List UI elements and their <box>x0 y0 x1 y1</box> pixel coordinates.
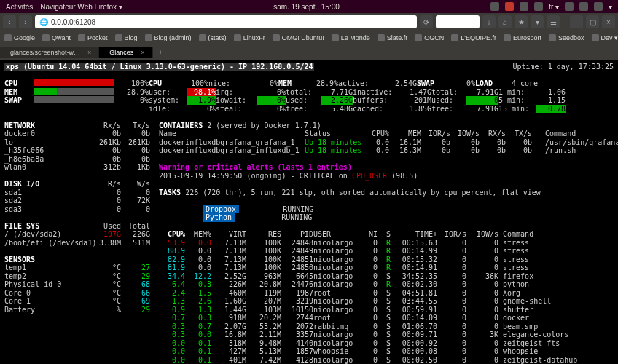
bookmarks-bar: GoogleQwantPocketBlogBlog (admin)(stats)… <box>0 31 618 45</box>
status-icon[interactable] <box>534 2 543 11</box>
status-icon[interactable] <box>490 2 499 11</box>
status-icon[interactable] <box>505 2 514 11</box>
bookmark-item[interactable]: LinuxFr <box>234 34 265 41</box>
tab-close-icon[interactable]: × <box>141 49 144 56</box>
bookmark-icon <box>234 34 241 41</box>
menu-button[interactable]: ☰ <box>547 15 560 28</box>
bookmark-item[interactable]: Pocket <box>78 34 108 41</box>
bookmark-item[interactable]: OMG! Ubuntu! <box>273 34 324 41</box>
bookmark-item[interactable]: OGCN <box>415 34 444 41</box>
process-row: 1.32.61.60G207M3219 nicolargo0S03:44.550… <box>159 297 618 306</box>
battery-icon[interactable] <box>594 2 603 11</box>
bookmark-icon <box>378 34 385 41</box>
bookmark-item[interactable]: Blog <box>115 34 138 41</box>
host-line: xps (Ubuntu 14.04 64bit / Linux 3.13.0-6… <box>4 63 314 71</box>
glances-view: xps (Ubuntu 14.04 64bit / Linux 3.13.0-6… <box>0 60 618 364</box>
bookmark-item[interactable]: Google <box>4 34 35 41</box>
url-text: 0.0.0.0:61208 <box>51 18 95 26</box>
process-row: 0.91.31.44G103M10150 nicolargo0S00:59.91… <box>159 306 618 314</box>
bookmark-item[interactable]: Eurosport <box>504 34 541 41</box>
maximize-button[interactable]: ▢ <box>586 15 599 28</box>
bookmark-item[interactable]: Blog (admin) <box>145 34 192 41</box>
browser-toolbar: ‹ › 🌐 0.0.0.0:61208 ⟳ ↓ ⌂ ★ ▾ ☰ – ▢ × <box>0 13 618 31</box>
process-row: 0.00.1401M7.42M4128 nicolargo0S00:02.500… <box>159 356 618 365</box>
process-row: 2.41.5460M119M1987 root0S04:51.8100 Xorg <box>159 289 618 298</box>
process-row: 6.40.3226M20.8M24476 nicolargo0R00:02.30… <box>159 280 618 289</box>
volume-icon[interactable] <box>579 2 588 11</box>
bookmark-item[interactable]: L'EQUIPE.fr <box>451 34 496 41</box>
uptime: Uptime: 1 day, 17:33:25 <box>513 63 614 71</box>
keyboard-lang[interactable]: fr ▾ <box>549 3 559 11</box>
new-tab-button[interactable]: + <box>153 49 168 56</box>
bookmark-icon <box>549 34 556 41</box>
status-icon[interactable] <box>520 2 528 11</box>
bookmark-icon <box>42 34 50 41</box>
clock[interactable]: sam. 19 sept., 15:00 <box>122 3 490 11</box>
process-row: 0.30.72.07G53.2M2072 rabbitmq0S01:06.700… <box>159 323 618 331</box>
system-menu-icon[interactable]: ▾ <box>609 3 612 11</box>
process-row: 88.90.07.13M100K24849 nicolargo0R00:14.9… <box>159 247 618 256</box>
process-row: 0.70.3918M20.2M2744 root0S00:14.0900 doc… <box>159 314 618 323</box>
downloads-button[interactable]: ↓ <box>482 15 496 28</box>
minimize-button[interactable]: – <box>570 15 583 28</box>
bookmark-item[interactable]: Slate.fr <box>378 34 408 41</box>
bookmark-icon <box>451 34 458 41</box>
forward-button[interactable]: › <box>19 15 32 28</box>
search-box[interactable] <box>436 15 480 28</box>
network-icon[interactable] <box>565 2 574 11</box>
bookmark-icon <box>115 34 122 41</box>
reload-button[interactable]: ⟳ <box>420 15 433 28</box>
bookmark-icon <box>415 34 422 41</box>
process-row: 0.00.1318M9.48M4140 nicolargo0S00:00.920… <box>159 339 618 348</box>
bookmark-icon <box>199 34 206 41</box>
process-row: 81.90.07.13M100K24850 nicolargo0R00:14.9… <box>159 264 618 272</box>
bookmark-item[interactable]: Dev ▾ <box>592 34 618 41</box>
url-bar[interactable]: 🌐 0.0.0.0:61208 <box>35 15 417 28</box>
process-row: 34.412.22.52G963M6645 nicolargo0S34:52.3… <box>159 272 618 281</box>
activities-button[interactable]: Activités <box>6 3 33 11</box>
browser-tab[interactable]: Glances × <box>99 47 152 58</box>
bookmark-button[interactable]: ★ <box>515 15 528 28</box>
bookmark-icon <box>145 34 152 41</box>
bookmark-item[interactable]: Seedbox <box>549 34 584 41</box>
bookmark-item[interactable]: (stats) <box>199 34 227 41</box>
bookmark-item[interactable]: Le Monde <box>332 34 370 41</box>
bookmark-icon <box>4 34 12 41</box>
process-row: 0.00.1427M5.13M1857 whoopsie0S00:00.0800… <box>159 347 618 356</box>
browser-tab[interactable]: glances/screenshot-w… × <box>0 47 99 58</box>
gnome-top-panel: Activités Navigateur Web Firefox ▾ sam. … <box>0 0 618 13</box>
process-row: 82.90.07.13M100K24851 nicolargo0R00:15.3… <box>159 256 618 264</box>
process-row: 53.90.07.13M100K24848 nicolargo0R00:15.6… <box>159 239 618 248</box>
bookmark-icon <box>332 34 339 41</box>
close-button[interactable]: × <box>602 15 615 28</box>
bookmark-item[interactable]: Qwant <box>42 34 71 41</box>
pocket-button[interactable]: ▾ <box>531 15 544 28</box>
tab-close-icon[interactable]: × <box>87 49 91 56</box>
bookmark-icon <box>273 34 280 41</box>
back-button[interactable]: ‹ <box>3 15 16 28</box>
bookmark-icon <box>504 34 511 41</box>
tab-bar: glances/screenshot-w… ×Glances × + <box>0 45 618 60</box>
app-menu[interactable]: Navigateur Web Firefox ▾ <box>40 3 122 11</box>
home-button[interactable]: ⌂ <box>498 15 512 28</box>
process-row: 0.30.016.8M2.11M3357 nicolargo0S00:09.71… <box>159 331 618 339</box>
bookmark-icon <box>78 34 85 41</box>
bookmark-icon <box>592 34 599 41</box>
globe-icon: 🌐 <box>39 18 48 26</box>
